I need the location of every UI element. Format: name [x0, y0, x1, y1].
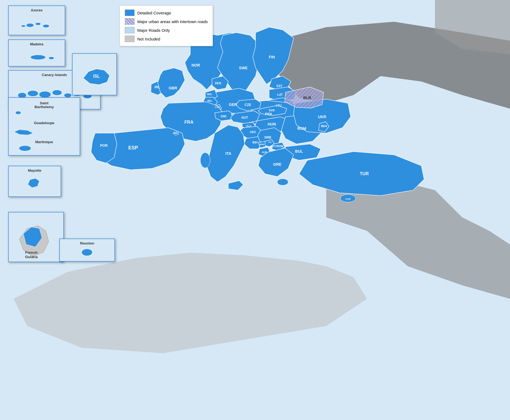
swe-label: SWE [239, 66, 248, 70]
inset-martinique-label: Martinique [9, 140, 80, 144]
inset-madeira: Madeira [8, 39, 65, 67]
irl-label: IRL [154, 85, 160, 89]
legend-item-major: Major Roads Only [125, 27, 208, 33]
inset-azores: Azores [8, 5, 65, 35]
svg-point-10 [30, 55, 45, 60]
inset-french-guiana: French Guiana [8, 212, 64, 262]
legend-label-urban: Major urban areas with intertown roads [137, 19, 208, 24]
inset-iceland: ISL [72, 53, 117, 95]
map-legend: Detailed Coverage Major urban areas with… [120, 5, 213, 46]
pol-label: POL [265, 112, 273, 116]
inset-mayotte-label: Mayotte [9, 168, 61, 173]
svg-point-21 [19, 146, 31, 151]
gre-label: GRE [273, 162, 281, 167]
svg-point-15 [52, 90, 62, 95]
slo-label: SLO [246, 125, 251, 127]
ger-label: GER [229, 102, 237, 107]
legend-swatch-major [125, 27, 135, 33]
inset-madeira-label: Madeira [9, 42, 65, 46]
svk-label: SVK [269, 109, 275, 112]
den-label: DEN [215, 82, 221, 85]
esp-label: ESP [128, 145, 138, 151]
svg-point-1 [277, 179, 288, 185]
legend-item-urban: Major urban areas with intertown roads [125, 18, 208, 25]
legend-item-detailed: Detailed Coverage [125, 10, 208, 16]
swi-label: SWI [221, 115, 226, 118]
svg-point-7 [35, 23, 41, 25]
ned-label: NED [207, 93, 212, 96]
fin-label: FIN [269, 55, 275, 59]
inset-saint-barthelemy-label2: Barthelemy [9, 105, 80, 109]
inset-mayotte: Mayotte [8, 166, 61, 197]
legend-swatch-detailed [125, 10, 135, 16]
ks-label: KS [268, 141, 272, 143]
svg-point-8 [43, 24, 49, 28]
svg-point-14 [39, 91, 51, 98]
svg-text:ISL: ISL [93, 74, 100, 79]
por-label: POR [100, 143, 108, 148]
inset-guadeloupe-label: Guadeloupe [9, 121, 80, 125]
svg-point-16 [64, 93, 72, 98]
lux-label: LUX [215, 106, 220, 108]
tur-label: TUR [360, 171, 369, 176]
alb-label: ALB [262, 151, 267, 153]
and-label: AND [173, 132, 178, 134]
cyp-label: CYP [346, 198, 351, 200]
svg-point-2 [200, 153, 210, 168]
legend-label-major: Major Roads Only [137, 28, 170, 33]
fra-label: FRA [185, 120, 194, 124]
cze-label: CZE [245, 103, 251, 107]
aut-label: AUT [241, 116, 248, 120]
svg-text:Guiana: Guiana [25, 255, 38, 259]
legend-label-not-included: Not Included [137, 37, 160, 41]
lat-label: LAT [277, 93, 283, 96]
svg-point-24 [82, 249, 92, 256]
est-label: EST [276, 84, 282, 87]
legend-item-not-included: Not Included [125, 36, 208, 42]
srb-label: SRB [264, 136, 271, 139]
bel-label: BEL [207, 99, 213, 102]
rom-label: ROM [297, 126, 306, 131]
legend-label-detailed: Detailed Coverage [137, 11, 171, 15]
lie-label: LIE [231, 113, 235, 115]
mne-label: MNE [259, 143, 264, 146]
svg-point-20 [15, 111, 21, 114]
bul-label: BUL [295, 149, 303, 153]
inset-saint-barthelemy-label: Saint [9, 101, 80, 105]
ita-label: ITA [225, 151, 231, 156]
ltu-label: LTU [276, 104, 282, 107]
bih-label: BIH [253, 141, 258, 144]
legend-swatch-urban [125, 18, 135, 25]
svg-point-11 [49, 57, 54, 59]
svg-text:French: French [25, 250, 38, 255]
svg-point-9 [21, 25, 26, 27]
gbr-label: GBR [169, 86, 177, 90]
svg-point-13 [27, 90, 38, 96]
blr-label: BLR [303, 96, 311, 100]
inset-reunion: Reunion [59, 239, 115, 262]
ukr-label: UKR [318, 115, 326, 119]
inset-azores-label: Azores [9, 8, 65, 12]
svg-point-6 [26, 23, 34, 27]
mda-label: MDA [321, 125, 327, 128]
inset-caribbean: Saint Barthelemy Guadeloupe Martinique [8, 97, 80, 156]
nor-label: NOR [191, 63, 200, 67]
hun-label: HUN [268, 122, 276, 126]
fyrom-label: FYROM [273, 145, 283, 148]
cro-label: CRO [250, 131, 256, 134]
legend-swatch-not-included [125, 36, 135, 42]
